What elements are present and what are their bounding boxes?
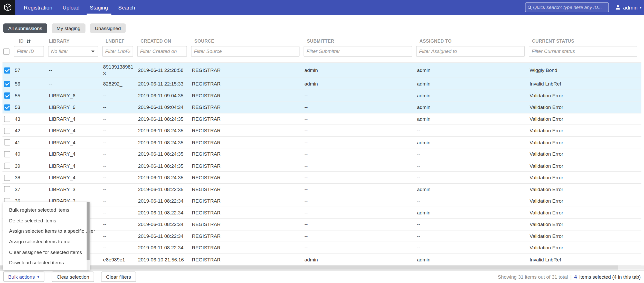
filter-created-on-input[interactable] xyxy=(137,46,187,57)
cell-checkbox xyxy=(3,80,14,88)
cell-assigned-to: -- xyxy=(416,162,529,169)
table-row[interactable]: 57 -- 891391389813 2019-06-11 22:28:58 R… xyxy=(3,63,641,78)
select-all-checkbox[interactable] xyxy=(3,48,10,54)
row-checkbox[interactable] xyxy=(4,174,10,181)
nav-item-search[interactable]: Search xyxy=(115,0,138,15)
table-row[interactable]: -- 2019-06-11 08:22:34 REGISTRAR -- admi… xyxy=(3,207,641,219)
row-checkbox[interactable] xyxy=(4,139,10,146)
cell-current-status: Validation Error xyxy=(529,162,641,169)
column-header-id[interactable]: ID xyxy=(14,39,48,44)
table-row[interactable]: -- 2019-06-11 08:22:34 REGISTRAR -- -- V… xyxy=(3,219,641,231)
tab-unassigned[interactable]: Unassigned xyxy=(90,23,126,33)
table-body: 57 -- 891391389813 2019-06-11 22:28:58 R… xyxy=(3,62,641,266)
filter-lnbref-input[interactable] xyxy=(102,46,133,57)
row-checkbox[interactable] xyxy=(4,186,10,192)
cell-assigned-to: admin xyxy=(416,115,529,123)
column-header-source[interactable]: SOURCE xyxy=(191,39,304,43)
table-row[interactable]: 43 LIBRARY_4 -- 2019-06-11 08:24:35 REGI… xyxy=(3,113,641,125)
chevron-down-icon xyxy=(91,50,94,52)
clear-selection-button[interactable]: Clear selection xyxy=(52,272,94,282)
horizontal-scrollbar[interactable] xyxy=(0,266,644,270)
table-row[interactable]: e8e989e1 2019-06-10 21:56:16 REGISTRAR a… xyxy=(3,254,641,266)
column-label: CURRENT STATUS xyxy=(532,39,574,43)
row-checkbox[interactable] xyxy=(4,92,10,99)
cell-created-on: 2019-06-11 08:22:35 xyxy=(137,186,191,193)
selected-count-text: items selected (4 in this tab) xyxy=(579,274,641,280)
nav-item-staging[interactable]: Staging xyxy=(87,0,111,15)
tab-my-staging[interactable]: My staging xyxy=(52,23,85,33)
filter-source-input[interactable] xyxy=(191,46,299,57)
filter-row: No filter xyxy=(3,46,641,57)
cell-created-on: 2019-06-11 08:22:34 xyxy=(137,232,191,240)
cell-created-on: 2019-06-11 08:22:34 xyxy=(137,197,191,205)
menu-item-assign-selected-items-to-me[interactable]: Assign selected items to me xyxy=(3,236,86,247)
table-row[interactable]: 41 LIBRARY_4 -- 2019-06-11 08:24:35 REGI… xyxy=(3,137,641,149)
table-row[interactable]: 56 -- 828292_ 2019-06-11 22:15:33 REGIST… xyxy=(3,78,641,90)
column-header-submitter[interactable]: SUBMITTER xyxy=(304,39,416,43)
table-header: ID LIBRARY LNBREF CREATED ON SOURCE SUBM… xyxy=(3,37,641,45)
table-row[interactable]: 53 LIBRARY_6 -- 2019-06-11 09:04:34 REGI… xyxy=(3,102,641,114)
cell-assigned-to: admin xyxy=(416,186,529,193)
sort-icon[interactable] xyxy=(26,39,31,44)
cell-lnbref: -- xyxy=(102,127,137,135)
cell-assigned-to: -- xyxy=(416,174,529,181)
tab-all-submissions[interactable]: All submissions xyxy=(3,23,47,33)
row-checkbox[interactable] xyxy=(4,151,10,157)
chevron-down-icon: ▾ xyxy=(37,275,39,279)
horizontal-scrollbar-thumb[interactable] xyxy=(0,266,618,270)
column-header-current-status[interactable]: CURRENT STATUS xyxy=(529,39,641,43)
table-row[interactable]: 55 LIBRARY_6 -- 2019-06-11 09:04:35 REGI… xyxy=(3,90,641,102)
cell-lnbref: -- xyxy=(102,115,137,123)
menu-item-assign-selected-items-to-a-specific-user[interactable]: Assign selected items to a specific user xyxy=(3,226,86,236)
row-checkbox[interactable] xyxy=(4,104,10,110)
cell-current-status: Validation Error xyxy=(529,92,641,99)
quick-search-input[interactable] xyxy=(532,5,607,10)
cell-lnbref: -- xyxy=(102,220,137,229)
row-checkbox[interactable] xyxy=(4,128,10,134)
table-row[interactable]: -- 2019-06-11 08:22:34 REGISTRAR -- -- V… xyxy=(3,242,641,254)
cell-source: REGISTRAR xyxy=(191,127,304,135)
cell-submitter: -- xyxy=(304,115,416,123)
user-menu[interactable]: admin ▾ xyxy=(614,4,642,11)
clear-filters-button[interactable]: Clear filters xyxy=(101,272,136,282)
filter-current-status-input[interactable] xyxy=(529,46,637,57)
table-row[interactable]: 40 LIBRARY_4 -- 2019-06-11 08:24:35 REGI… xyxy=(3,148,641,160)
column-label: LNBREF xyxy=(106,39,125,43)
nav-item-registration[interactable]: Registration xyxy=(21,0,56,15)
row-checkbox[interactable] xyxy=(4,81,10,87)
menu-scrollbar[interactable] xyxy=(87,202,90,270)
nav-item-upload[interactable]: Upload xyxy=(59,0,83,15)
bulk-actions-button[interactable]: Bulk actions ▾ xyxy=(3,272,44,282)
cell-created-on: 2019-06-10 21:56:16 xyxy=(137,256,191,263)
user-icon xyxy=(614,4,621,11)
cell-library: LIBRARY_3 xyxy=(48,186,102,193)
filter-submitter-input[interactable] xyxy=(304,46,412,57)
table-row[interactable]: 39 LIBRARY_4 -- 2019-06-11 08:24:35 REGI… xyxy=(3,160,641,172)
cell-assigned-to: admin xyxy=(416,209,529,216)
row-checkbox[interactable] xyxy=(4,163,10,169)
filter-id-input[interactable] xyxy=(14,46,44,57)
column-header-created-on[interactable]: CREATED ON xyxy=(137,39,191,43)
column-header-assigned-to[interactable]: ASSIGNED TO xyxy=(416,39,529,43)
table-row[interactable]: -- 2019-06-11 08:22:34 REGISTRAR -- -- V… xyxy=(3,230,641,242)
column-header-lnbref[interactable]: LNBREF xyxy=(102,39,137,43)
app-logo[interactable] xyxy=(0,0,15,15)
table-row[interactable]: 36 LIBRARY_3 -- 2019-06-11 08:22:34 REGI… xyxy=(3,195,641,207)
menu-item-download-selected-items[interactable]: Download selected items xyxy=(3,257,86,268)
table-row[interactable]: 38 LIBRARY_4 -- 2019-06-11 08:24:35 REGI… xyxy=(3,172,641,184)
menu-item-delete-selected-items[interactable]: Delete selected items xyxy=(3,215,86,226)
row-checkbox[interactable] xyxy=(4,67,10,73)
cell-assigned-to: -- xyxy=(416,127,529,135)
row-checkbox[interactable] xyxy=(4,116,10,122)
menu-scrollbar-thumb[interactable] xyxy=(87,202,90,260)
menu-item-clear-assignee-for-selected-items[interactable]: Clear assignee for selected items xyxy=(3,247,86,257)
cell-library: LIBRARY_6 xyxy=(48,103,102,111)
cell-source: REGISTRAR xyxy=(191,256,304,263)
cell-library: LIBRARY_4 xyxy=(48,139,102,146)
column-header-library[interactable]: LIBRARY xyxy=(48,39,102,43)
filter-assigned-to-input[interactable] xyxy=(416,46,525,57)
menu-item-bulk-register-selected-items[interactable]: Bulk register selected items xyxy=(3,205,86,215)
table-row[interactable]: 37 LIBRARY_3 -- 2019-06-11 08:22:35 REGI… xyxy=(3,184,641,195)
filter-library-select[interactable]: No filter xyxy=(48,46,98,57)
table-row[interactable]: 42 LIBRARY_4 -- 2019-06-11 08:24:35 REGI… xyxy=(3,125,641,137)
